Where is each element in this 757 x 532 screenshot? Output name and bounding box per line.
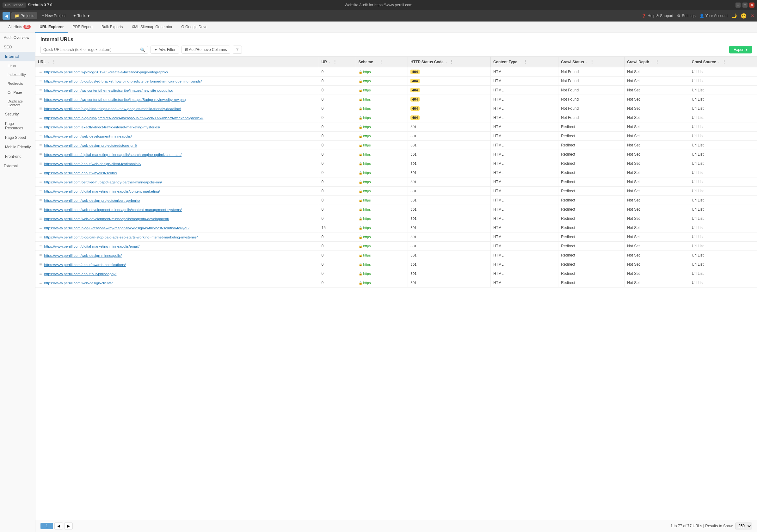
- url-link[interactable]: https://www.perrill.com/about/our-philos…: [44, 272, 117, 276]
- sidebar-item-duplicate-content[interactable]: Duplicate Content: [0, 97, 35, 110]
- url-link[interactable]: https://www.perrill.com/about/web-design…: [44, 162, 141, 166]
- url-link[interactable]: https://www.perrill.com/wp-content/theme…: [44, 98, 186, 102]
- results-per-page-select[interactable]: 250 10 25 50 100 500: [735, 522, 752, 529]
- maximize-btn[interactable]: □: [742, 3, 747, 8]
- row-menu-icon[interactable]: ≡: [38, 253, 43, 258]
- url-link[interactable]: https://www.perrill.com/digital-marketin…: [44, 244, 140, 248]
- row-menu-icon[interactable]: ≡: [38, 124, 43, 129]
- url-link[interactable]: https://www.perrill.com/digital-marketin…: [44, 153, 182, 157]
- row-menu-icon[interactable]: ≡: [38, 243, 43, 249]
- row-menu-icon[interactable]: ≡: [38, 170, 43, 175]
- sidebar-item-audit-overview[interactable]: Audit Overview: [0, 33, 35, 43]
- next-page-btn[interactable]: ▶: [64, 522, 73, 529]
- url-link[interactable]: https://www.perrill.com/web-development-…: [44, 135, 132, 138]
- row-menu-icon[interactable]: ≡: [38, 152, 43, 157]
- url-link[interactable]: https://www.perrill.com/certified-hubspo…: [44, 180, 162, 184]
- url-link[interactable]: https://www.perrill.com/blog/bing-predic…: [44, 116, 204, 120]
- help-button[interactable]: ?: [233, 46, 242, 54]
- sidebar-item-internal[interactable]: Internal: [0, 52, 35, 61]
- export-button[interactable]: Export ▾: [729, 46, 752, 53]
- col-menu-crawl-depth[interactable]: ⋮: [653, 59, 660, 64]
- page-input[interactable]: [41, 523, 53, 529]
- row-menu-icon[interactable]: ≡: [38, 179, 43, 184]
- url-link[interactable]: https://www.perrill.com/web-design-proje…: [44, 143, 137, 147]
- url-link[interactable]: https://www.perrill.com/about/why-first-…: [44, 171, 117, 175]
- search-box[interactable]: 🔍: [41, 46, 148, 54]
- url-link[interactable]: https://www.perrill.com/web-design-minne…: [44, 254, 122, 258]
- url-link[interactable]: https://www.perrill.com/wp-blog/2012/05/…: [44, 70, 168, 74]
- col-header-url[interactable]: URL ↕ ⋮: [35, 57, 319, 67]
- dark-mode-toggle[interactable]: 🌙: [731, 13, 737, 18]
- sidebar-item-page-speed[interactable]: Page Speed: [0, 133, 35, 142]
- new-project-button[interactable]: + New Project: [39, 12, 69, 19]
- url-link[interactable]: https://www.perrill.com/blog/busted-brac…: [44, 79, 202, 83]
- url-link[interactable]: https://www.perrill.com/exactly-direct-t…: [44, 125, 160, 129]
- row-menu-icon[interactable]: ≡: [38, 198, 43, 203]
- col-header-http-status[interactable]: HTTP Status Code ↓ ⋮: [408, 57, 491, 67]
- tab-url-explorer[interactable]: URL Explorer: [35, 21, 68, 33]
- col-header-content-type[interactable]: Content Type ↕ ⋮: [491, 57, 559, 67]
- sidebar-item-security[interactable]: Security: [0, 110, 35, 119]
- close-btn[interactable]: ✕: [749, 3, 754, 8]
- row-menu-icon[interactable]: ≡: [38, 280, 43, 285]
- search-input[interactable]: [43, 47, 140, 52]
- url-link[interactable]: https://www.perrill.com/web-design-proje…: [44, 199, 140, 203]
- col-menu-crawl-source[interactable]: ⋮: [721, 59, 728, 64]
- col-header-crawl-status[interactable]: Crawl Status ↕ ⋮: [559, 57, 624, 67]
- row-menu-icon[interactable]: ≡: [38, 106, 43, 111]
- col-menu-scheme[interactable]: ⋮: [378, 59, 384, 64]
- col-menu-ur[interactable]: ⋮: [331, 59, 338, 64]
- help-support-button[interactable]: ❓ Help & Support: [642, 14, 673, 18]
- col-menu-http-status[interactable]: ⋮: [448, 59, 455, 64]
- url-link[interactable]: https://www.perrill.com/about/awards-cer…: [44, 263, 126, 266]
- row-menu-icon[interactable]: ≡: [38, 262, 43, 267]
- row-menu-icon[interactable]: ≡: [38, 189, 43, 194]
- tab-pdf-report[interactable]: PDF Report: [68, 21, 97, 33]
- url-link[interactable]: https://www.perrill.com/web-development-…: [44, 217, 169, 221]
- row-menu-icon[interactable]: ≡: [38, 115, 43, 120]
- row-menu-icon[interactable]: ≡: [38, 225, 43, 230]
- sidebar-item-redirects[interactable]: Redirects: [0, 79, 35, 88]
- sidebar-item-links[interactable]: Links: [0, 61, 35, 70]
- url-link[interactable]: https://www.perrill.com/blog/6-reasons-w…: [44, 226, 190, 230]
- row-menu-icon[interactable]: ≡: [38, 161, 43, 166]
- sidebar-item-mobile-friendly[interactable]: Mobile Friendly: [0, 142, 35, 152]
- url-link[interactable]: https://www.perrill.com/wp-content/theme…: [44, 89, 173, 92]
- url-link[interactable]: https://www.perrill.com/web-development-…: [44, 208, 182, 212]
- add-remove-columns-button[interactable]: ⊞ Add/Remove Columns: [182, 46, 230, 54]
- url-link[interactable]: https://www.perrill.com/blog/nine-things…: [44, 107, 181, 111]
- row-menu-icon[interactable]: ≡: [38, 207, 43, 212]
- col-header-scheme[interactable]: Scheme ↕ ⋮: [356, 57, 408, 67]
- sidebar-item-on-page[interactable]: On Page: [0, 88, 35, 97]
- row-menu-icon[interactable]: ≡: [38, 134, 43, 139]
- row-menu-icon[interactable]: ≡: [38, 235, 43, 239]
- projects-button[interactable]: 📁 Projects: [12, 12, 37, 19]
- col-menu-content-type[interactable]: ⋮: [522, 59, 529, 64]
- tab-bulk-exports[interactable]: Bulk Exports: [97, 21, 127, 33]
- sidebar-item-external[interactable]: External: [0, 161, 35, 171]
- row-menu-icon[interactable]: ≡: [38, 69, 43, 74]
- row-menu-icon[interactable]: ≡: [38, 97, 43, 102]
- col-header-crawl-depth[interactable]: Crawl Depth ↕ ⋮: [624, 57, 689, 67]
- row-menu-icon[interactable]: ≡: [38, 142, 43, 148]
- col-menu-crawl-status[interactable]: ⋮: [589, 59, 595, 64]
- url-link[interactable]: https://www.perrill.com/blog/can-stop-pa…: [44, 235, 198, 239]
- account-button[interactable]: 👤 Your Account: [699, 14, 728, 18]
- tab-google-drive[interactable]: G Google Drive: [177, 21, 212, 33]
- minimize-btn[interactable]: ─: [736, 3, 741, 8]
- sidebar-item-front-end[interactable]: Front-end: [0, 152, 35, 161]
- row-menu-icon[interactable]: ≡: [38, 88, 43, 93]
- back-button[interactable]: ◀: [3, 12, 10, 19]
- settings-button[interactable]: ⚙ Settings: [677, 14, 695, 18]
- url-link[interactable]: https://www.perrill.com/digital-marketin…: [44, 189, 160, 193]
- col-menu-url[interactable]: ⋮: [50, 59, 57, 64]
- tab-all-hints[interactable]: All Hints 53: [4, 21, 35, 33]
- tab-xml-sitemap[interactable]: XML Sitemap Generator: [127, 21, 177, 33]
- col-header-ur[interactable]: UR ↕ ⋮: [319, 57, 356, 67]
- advanced-filter-button[interactable]: ▼ Adv. Filter: [151, 46, 179, 54]
- tools-button[interactable]: ✦ Tools ▾: [70, 12, 92, 19]
- col-header-crawl-source[interactable]: Crawl Source ↕ ⋮: [689, 57, 757, 67]
- prev-page-btn[interactable]: ◀: [54, 522, 63, 529]
- sidebar-item-seo[interactable]: SEO: [0, 43, 35, 52]
- row-menu-icon[interactable]: ≡: [38, 271, 43, 276]
